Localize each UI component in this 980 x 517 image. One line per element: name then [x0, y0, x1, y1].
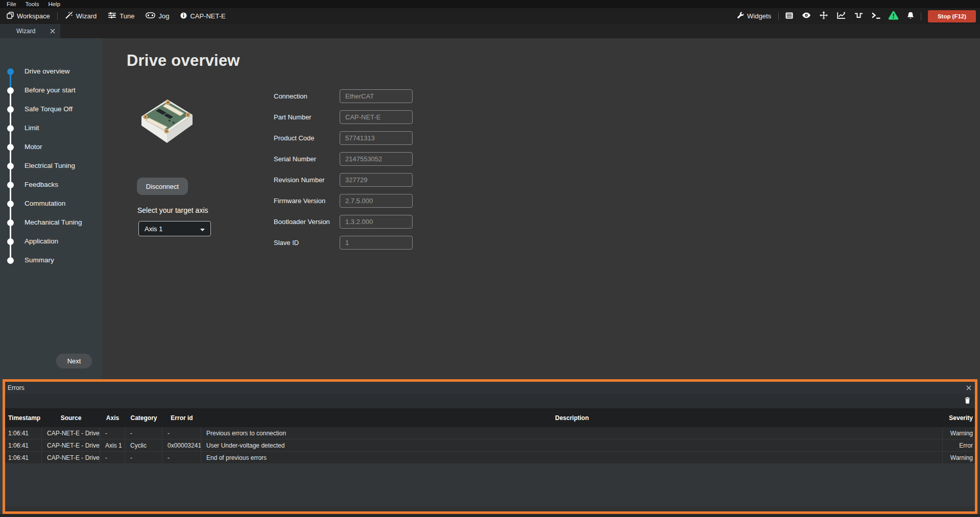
menu-bar: FileToolsHelp	[0, 0, 980, 8]
error-row[interactable]: 1:06:41CAP-NET-E - Drive---End of previo…	[5, 452, 975, 464]
error-cell-source: CAP-NET-E - Drive	[42, 427, 100, 439]
axis-select-value: Axis 1	[145, 225, 162, 233]
bootloader-version-field[interactable]	[340, 215, 413, 229]
field-row-revision-number: Revision Number	[274, 173, 488, 187]
step-label: Mechanical Tuning	[25, 218, 82, 226]
close-icon[interactable]	[50, 29, 55, 34]
step-label: Summary	[25, 256, 54, 264]
wand-icon	[65, 11, 73, 21]
column-header-timestamp: Timestamp	[5, 408, 42, 427]
step-dot	[7, 106, 14, 113]
sidebar-item-safe-torque-off[interactable]: Safe Torque Off	[0, 105, 102, 114]
close-icon[interactable]	[966, 385, 971, 390]
step-dot	[7, 68, 14, 75]
error-cell-error-id: 0x00003241	[162, 439, 201, 451]
sidebar-item-electrical-tuning[interactable]: Electrical Tuning	[0, 161, 102, 171]
column-header-severity: Severity	[943, 408, 975, 427]
slave-id-field[interactable]	[340, 236, 413, 250]
toolbar-tune-button[interactable]: Tune	[102, 8, 140, 24]
revision-number-field[interactable]	[340, 173, 413, 187]
step-dot	[7, 182, 14, 188]
step-label: Feedbacks	[25, 181, 58, 188]
step-label: Drive overview	[25, 67, 70, 75]
errors-panel-scrollbar[interactable]	[5, 506, 975, 511]
sidebar-item-commutation[interactable]: Commutation	[0, 199, 102, 209]
firmware-version-field[interactable]	[340, 194, 413, 208]
error-cell-source: CAP-NET-E - Drive	[42, 452, 100, 463]
sidebar-item-mechanical-tuning[interactable]: Mechanical Tuning	[0, 218, 102, 228]
toolbar-item-label: Jog	[158, 12, 169, 20]
bell-button[interactable]	[902, 10, 919, 23]
trash-icon[interactable]	[965, 397, 970, 406]
menu-help[interactable]: Help	[43, 0, 65, 8]
move-icon	[820, 11, 828, 21]
warning-button[interactable]	[885, 10, 902, 23]
field-label: Bootloader Version	[274, 215, 330, 229]
axis-select[interactable]: Axis 1	[138, 221, 211, 236]
eye-icon	[802, 12, 811, 20]
error-cell-axis: Axis 1	[100, 439, 125, 451]
connection-field[interactable]	[340, 89, 413, 103]
error-row[interactable]: 1:06:41CAP-NET-E - Drive---Previous erro…	[5, 427, 975, 439]
terminal-button[interactable]	[867, 10, 885, 23]
step-label: Safe Torque Off	[25, 105, 73, 113]
error-cell-timestamp: 1:06:41	[5, 427, 42, 439]
error-cell-timestamp: 1:06:41	[5, 439, 42, 451]
toolbar-right-group: Widgets Stop (F12)	[731, 10, 980, 23]
errors-table-empty-area	[5, 464, 975, 506]
eye-button[interactable]	[798, 10, 815, 23]
watch-table-icon	[785, 12, 793, 20]
column-header-axis: Axis	[100, 408, 125, 427]
column-header-description: Description	[201, 408, 943, 427]
scope-button[interactable]	[832, 10, 850, 23]
field-row-connection: Connection	[274, 89, 488, 103]
error-cell-error-id: -	[162, 427, 201, 439]
error-cell-description: Previous errors to connection	[201, 427, 943, 439]
errors-panel-titlebar: Errors	[5, 382, 975, 394]
sidebar-item-limit[interactable]: Limit	[0, 124, 102, 133]
field-label: Slave ID	[274, 236, 299, 250]
field-label: Revision Number	[274, 173, 325, 187]
menu-tools[interactable]: Tools	[21, 0, 44, 8]
stop-button[interactable]: Stop (F12)	[928, 10, 976, 22]
sidebar-item-before-your-start[interactable]: Before your start	[0, 86, 102, 95]
move-button[interactable]	[815, 10, 832, 23]
step-dot	[7, 87, 14, 94]
part-number-field[interactable]	[340, 110, 413, 124]
toolbar-workspace-button[interactable]: Workspace	[1, 8, 56, 24]
sidebar-item-drive-overview[interactable]: Drive overview	[0, 67, 102, 77]
errors-panel: Errors TimestampSourceAxisCategoryError …	[3, 379, 977, 514]
window-bottom-edge	[0, 514, 980, 517]
step-dot	[7, 163, 14, 169]
field-label: Product Code	[274, 131, 315, 145]
watch-table-button[interactable]	[780, 10, 798, 23]
error-row[interactable]: 1:06:41CAP-NET-E - DriveAxis 1Cyclic0x00…	[5, 439, 975, 452]
disconnect-button[interactable]: Disconnect	[137, 178, 188, 195]
sidebar-item-motor[interactable]: Motor	[0, 142, 102, 152]
sidebar-item-summary[interactable]: Summary	[0, 256, 102, 265]
sidebar-item-feedbacks[interactable]: Feedbacks	[0, 180, 102, 190]
field-row-part-number: Part Number	[274, 110, 488, 124]
tab-wizard[interactable]: Wizard	[0, 24, 60, 38]
menu-file[interactable]: File	[2, 0, 21, 8]
toolbar-wizard-button[interactable]: Wizard	[59, 8, 102, 24]
drive-product-image	[137, 95, 196, 146]
error-cell-description: End of previous errors	[201, 452, 943, 463]
step-dot	[7, 257, 14, 264]
next-button[interactable]: Next	[56, 354, 92, 368]
widgets-button[interactable]: Widgets	[731, 12, 777, 20]
serial-number-field[interactable]	[340, 152, 413, 166]
toolbar-item-label: Workspace	[17, 12, 50, 20]
toolbar-icon-group	[780, 10, 919, 23]
field-label: Serial Number	[274, 152, 316, 166]
errors-panel-toolbar	[5, 394, 975, 408]
wave-button[interactable]	[850, 10, 867, 23]
tune-icon	[108, 12, 116, 20]
error-cell-category: -	[125, 427, 162, 439]
product-code-field[interactable]	[340, 131, 413, 145]
sidebar-item-application[interactable]: Application	[0, 237, 102, 247]
toolbar-jog-button[interactable]: Jog	[140, 8, 175, 24]
toolbar-cap-net-e-button[interactable]: CAP-NET-E	[175, 8, 231, 24]
field-row-bootloader-version: Bootloader Version	[274, 215, 488, 229]
step-dot	[7, 219, 14, 226]
